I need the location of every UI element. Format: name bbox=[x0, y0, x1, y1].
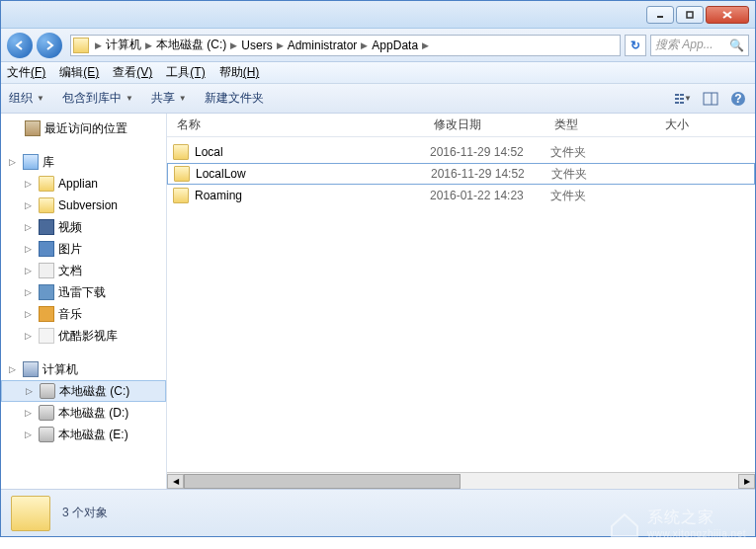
tree-drive-c[interactable]: ▷本地磁盘 (C:) bbox=[1, 380, 166, 402]
expander-icon[interactable]: ▷ bbox=[25, 287, 35, 297]
chevron-right-icon[interactable]: ▶ bbox=[420, 40, 431, 50]
tree-drive-e[interactable]: ▷本地磁盘 (E:) bbox=[1, 424, 166, 445]
expander-icon[interactable]: ▷ bbox=[9, 157, 19, 167]
folder-icon bbox=[174, 166, 190, 182]
chevron-right-icon[interactable]: ▶ bbox=[359, 40, 370, 50]
tree-lib-thunder[interactable]: ▷迅雷下载 bbox=[1, 281, 166, 303]
menu-edit[interactable]: 编辑(E) bbox=[59, 64, 99, 81]
breadcrumb-administrator[interactable]: Administrator bbox=[286, 39, 360, 52]
menu-tools[interactable]: 工具(T) bbox=[166, 64, 205, 81]
tree-lib-music[interactable]: ▷音乐 bbox=[1, 303, 166, 325]
chevron-right-icon[interactable]: ▶ bbox=[275, 40, 286, 50]
titlebar bbox=[1, 1, 755, 29]
breadcrumb-users[interactable]: Users bbox=[239, 39, 274, 52]
expander-icon[interactable]: ▷ bbox=[9, 364, 19, 374]
scroll-thumb[interactable] bbox=[184, 474, 461, 489]
expander-icon[interactable]: ▷ bbox=[26, 386, 36, 396]
folder-icon bbox=[73, 38, 89, 53]
refresh-button[interactable]: ↻ bbox=[625, 35, 646, 56]
tree-lib-subversion[interactable]: ▷Subversion bbox=[1, 195, 166, 216]
chevron-down-icon: ▼ bbox=[179, 94, 187, 103]
menu-view[interactable]: 查看(V) bbox=[113, 64, 152, 81]
drive-icon bbox=[39, 405, 54, 421]
share-button[interactable]: 共享 ▼ bbox=[151, 90, 187, 107]
expander-icon[interactable]: ▷ bbox=[25, 200, 35, 210]
tree-lib-applian[interactable]: ▷Applian bbox=[1, 173, 166, 195]
expander-icon[interactable]: ▷ bbox=[25, 222, 35, 232]
folder-icon bbox=[39, 176, 54, 192]
tree-lib-documents[interactable]: ▷文档 bbox=[1, 260, 166, 281]
expander-icon[interactable]: ▷ bbox=[25, 309, 35, 319]
forward-button[interactable] bbox=[37, 33, 62, 58]
tree-libraries[interactable]: ▷库 bbox=[1, 151, 166, 173]
tree-drive-d[interactable]: ▷本地磁盘 (D:) bbox=[1, 402, 166, 424]
menu-help[interactable]: 帮助(H) bbox=[219, 64, 260, 81]
drive-icon bbox=[40, 383, 55, 399]
svg-rect-4 bbox=[675, 94, 679, 96]
chevron-down-icon: ▼ bbox=[126, 94, 133, 103]
organize-button[interactable]: 组织 ▼ bbox=[9, 90, 44, 107]
expander-icon[interactable]: ▷ bbox=[25, 266, 35, 275]
toolbar: 组织 ▼ 包含到库中 ▼ 共享 ▼ 新建文件夹 ▼ ? bbox=[1, 84, 755, 114]
expander-icon[interactable]: ▷ bbox=[25, 430, 35, 439]
column-header-date[interactable]: 修改日期 bbox=[430, 117, 550, 133]
svg-rect-5 bbox=[675, 98, 679, 100]
pictures-icon bbox=[39, 241, 54, 257]
tree-recent-places[interactable]: 最近访问的位置 bbox=[1, 118, 166, 139]
svg-rect-1 bbox=[687, 12, 693, 18]
expander-icon[interactable]: ▷ bbox=[25, 408, 35, 418]
navigation-bar: ▶ 计算机 ▶ 本地磁盘 (C:) ▶ Users ▶ Administrato… bbox=[1, 29, 755, 62]
download-icon bbox=[39, 284, 54, 300]
youku-icon bbox=[39, 328, 54, 344]
navigation-tree[interactable]: 最近访问的位置 ▷库 ▷Applian ▷Subversion ▷视频 ▷图片 … bbox=[1, 114, 167, 489]
video-icon bbox=[39, 219, 54, 235]
file-list[interactable]: Local 2016-11-29 14:52 文件夹 LocalLow 2016… bbox=[167, 137, 755, 472]
scroll-track[interactable] bbox=[184, 474, 738, 489]
expander-icon[interactable]: ▷ bbox=[25, 331, 35, 341]
file-row-local[interactable]: Local 2016-11-29 14:52 文件夹 bbox=[167, 141, 755, 163]
preview-pane-button[interactable] bbox=[702, 90, 719, 108]
search-placeholder: 搜索 App... bbox=[655, 37, 714, 53]
svg-rect-10 bbox=[704, 93, 717, 105]
breadcrumb-drive-c[interactable]: 本地磁盘 (C:) bbox=[154, 37, 228, 53]
folder-icon bbox=[173, 188, 189, 203]
chevron-right-icon[interactable]: ▶ bbox=[228, 40, 239, 50]
file-row-locallow[interactable]: LocalLow 2016-11-29 14:52 文件夹 bbox=[167, 163, 755, 185]
search-input[interactable]: 搜索 App... 🔍 bbox=[650, 35, 749, 56]
tree-computer[interactable]: ▷计算机 bbox=[1, 358, 166, 380]
drive-icon bbox=[39, 427, 54, 442]
column-header-size[interactable]: 大小 bbox=[661, 117, 755, 133]
computer-icon bbox=[23, 361, 39, 377]
close-button[interactable] bbox=[706, 6, 749, 24]
breadcrumb-appdata[interactable]: AppData bbox=[370, 39, 420, 52]
breadcrumb-computer[interactable]: 计算机 bbox=[104, 37, 143, 53]
search-icon[interactable]: 🔍 bbox=[729, 39, 744, 52]
view-options-button[interactable]: ▼ bbox=[674, 90, 692, 108]
scroll-right-button[interactable]: ▶ bbox=[738, 474, 755, 489]
menu-file[interactable]: 文件(F) bbox=[7, 64, 45, 81]
chevron-right-icon[interactable]: ▶ bbox=[93, 40, 104, 50]
back-button[interactable] bbox=[7, 33, 33, 58]
expander-icon[interactable]: ▷ bbox=[25, 244, 35, 254]
horizontal-scrollbar[interactable]: ◀ ▶ bbox=[167, 472, 755, 489]
maximize-button[interactable] bbox=[676, 6, 704, 24]
scroll-left-button[interactable]: ◀ bbox=[167, 474, 184, 489]
column-header-type[interactable]: 类型 bbox=[550, 117, 661, 133]
new-folder-button[interactable]: 新建文件夹 bbox=[205, 90, 264, 107]
address-bar[interactable]: ▶ 计算机 ▶ 本地磁盘 (C:) ▶ Users ▶ Administrato… bbox=[70, 35, 621, 56]
svg-rect-6 bbox=[675, 102, 679, 104]
tree-lib-videos[interactable]: ▷视频 bbox=[1, 216, 166, 238]
column-header-name[interactable]: 名称 bbox=[173, 117, 430, 133]
folder-icon bbox=[39, 197, 54, 213]
tree-lib-youku[interactable]: ▷优酷影视库 bbox=[1, 325, 166, 347]
column-headers: 名称 修改日期 类型 大小 bbox=[167, 114, 755, 137]
file-row-roaming[interactable]: Roaming 2016-01-22 14:23 文件夹 bbox=[167, 185, 755, 206]
expander-icon[interactable]: ▷ bbox=[25, 179, 35, 189]
tree-lib-pictures[interactable]: ▷图片 bbox=[1, 238, 166, 260]
folder-large-icon bbox=[11, 496, 50, 531]
help-button[interactable]: ? bbox=[729, 90, 747, 108]
chevron-right-icon[interactable]: ▶ bbox=[143, 40, 154, 50]
minimize-button[interactable] bbox=[646, 6, 674, 24]
include-in-library-button[interactable]: 包含到库中 ▼ bbox=[62, 90, 133, 107]
status-bar: 3 个对象 bbox=[1, 489, 755, 536]
